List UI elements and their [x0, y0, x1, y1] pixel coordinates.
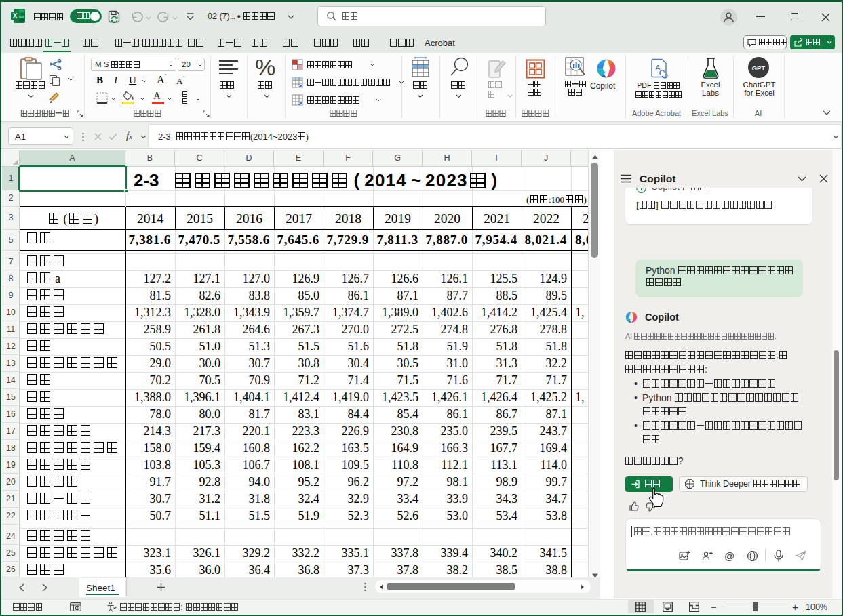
svg-text:A: A — [655, 64, 661, 72]
svg-text:X: X — [13, 12, 18, 20]
svg-text:GPT: GPT — [752, 64, 766, 72]
